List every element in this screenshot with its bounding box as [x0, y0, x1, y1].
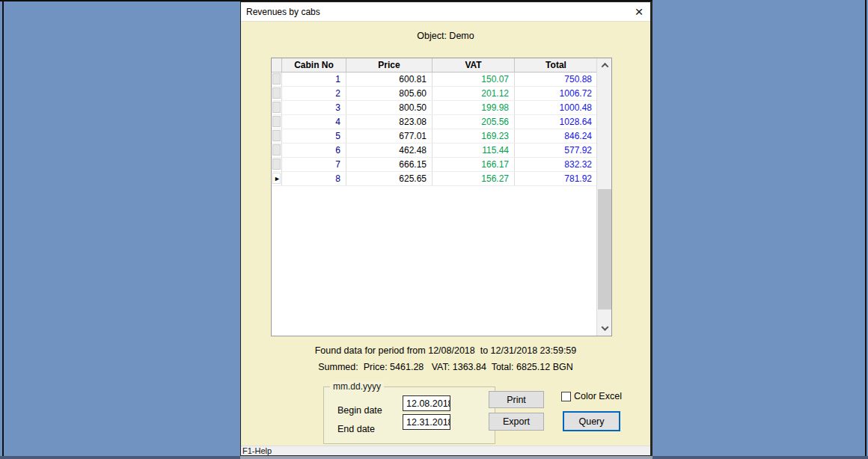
window-edge-left — [2, 0, 4, 457]
table-row[interactable]: 2 805.60 201.12 1006.72 — [272, 87, 596, 101]
row-indicator — [272, 73, 281, 84]
row-indicator — [272, 102, 281, 113]
bottom-edge-strip — [240, 456, 652, 459]
cell-cabin: 4 — [282, 115, 346, 129]
bottom-edge-strip — [652, 456, 868, 459]
cell-total: 750.88 — [515, 73, 598, 86]
bottom-edge-strip — [0, 456, 240, 459]
row-indicator — [272, 158, 281, 170]
date-format-groupbox: mm.dd.yyyy Begin date End date — [323, 386, 495, 444]
cell-vat: 166.17 — [433, 158, 515, 171]
table-row[interactable]: 5 677.01 169.23 846.24 — [272, 129, 596, 144]
column-header-price[interactable]: Price — [346, 58, 433, 72]
cell-price: 805.60 — [346, 87, 433, 100]
cell-cabin: 6 — [282, 144, 346, 157]
cell-total: 846.24 — [515, 129, 598, 143]
cell-cabin: 2 — [282, 87, 346, 100]
begin-date-label: Begin date — [337, 405, 382, 416]
column-header-vat[interactable]: VAT — [433, 58, 515, 72]
cell-vat: 115.44 — [433, 144, 515, 157]
cell-vat: 201.12 — [433, 87, 515, 100]
revenue-table: Cabin No Price VAT Total 1 600.81 150.07… — [271, 58, 612, 336]
dialog-body: Object: Demo Cabin No Price VAT Total 1 … — [241, 22, 650, 446]
status-help-text: F1-Help — [242, 446, 272, 455]
scrollbar-thumb[interactable] — [598, 189, 611, 309]
cell-cabin: 5 — [282, 129, 346, 143]
window-edge-right — [865, 0, 867, 459]
cell-price: 800.50 — [346, 101, 433, 114]
cell-price: 625.65 — [346, 172, 433, 185]
table-row[interactable]: 1 600.81 150.07 750.88 — [272, 73, 596, 87]
table-row[interactable]: 4 823.08 205.56 1028.64 — [272, 115, 596, 129]
cell-cabin: 1 — [282, 73, 346, 86]
desktop-background: Revenues by cabs × Object: Demo Cabin No… — [0, 0, 868, 459]
color-excel-checkbox[interactable]: Color Excel — [561, 391, 622, 401]
cell-total: 781.92 — [515, 172, 598, 185]
row-indicator — [272, 130, 281, 141]
current-row-arrow-icon: ► — [272, 173, 281, 184]
row-indicator — [272, 116, 281, 127]
cell-vat: 199.98 — [433, 101, 515, 114]
found-period-text: Found data for period from 12/08/2018 to… — [241, 345, 650, 356]
summed-totals-text: Summed: Price: 5461.28 VAT: 1363.84 Tota… — [241, 362, 650, 372]
window-title: Revenues by cabs — [241, 7, 320, 17]
checkbox-label: Color Excel — [574, 391, 622, 401]
cell-total: 1006.72 — [515, 87, 598, 100]
title-bar[interactable]: Revenues by cabs × — [241, 2, 650, 22]
cell-price: 462.48 — [346, 144, 433, 157]
scroll-up-icon[interactable] — [597, 58, 612, 72]
revenues-dialog: Revenues by cabs × Object: Demo Cabin No… — [240, 1, 652, 456]
cell-price: 677.01 — [346, 129, 433, 143]
cell-vat: 169.23 — [433, 129, 515, 143]
row-indicator — [272, 144, 281, 155]
column-header-cabin[interactable]: Cabin No — [282, 58, 346, 72]
cell-vat: 150.07 — [433, 73, 515, 86]
indicator-header-cell — [272, 58, 282, 72]
checkbox-icon[interactable] — [561, 392, 571, 401]
cell-vat: 156.27 — [433, 172, 515, 185]
cell-cabin: 7 — [282, 158, 346, 171]
status-bar: F1-Help — [241, 446, 650, 455]
table-header-row: Cabin No Price VAT Total — [272, 58, 596, 73]
vertical-scrollbar[interactable] — [596, 58, 611, 336]
cell-price: 666.15 — [346, 158, 433, 171]
table-row[interactable]: 7 666.15 166.17 832.32 — [272, 158, 596, 172]
print-button[interactable]: Print — [489, 391, 544, 408]
table-row-current[interactable]: ► 8 625.65 156.27 781.92 — [272, 172, 596, 186]
object-label: Object: Demo — [241, 31, 650, 41]
begin-date-input[interactable] — [403, 395, 450, 411]
close-icon[interactable]: × — [628, 3, 650, 21]
cell-price: 823.08 — [346, 115, 433, 129]
groupbox-legend: mm.dd.yyyy — [330, 381, 384, 392]
cell-total: 1028.64 — [515, 115, 598, 129]
cell-cabin: 8 — [282, 172, 346, 185]
cell-cabin: 3 — [282, 101, 346, 114]
cell-price: 600.81 — [346, 73, 433, 86]
cell-vat: 205.56 — [433, 115, 515, 129]
table-row[interactable]: 6 462.48 115.44 577.92 — [272, 144, 596, 158]
export-button[interactable]: Export — [489, 413, 544, 431]
cell-total: 832.32 — [515, 158, 598, 171]
column-header-total[interactable]: Total — [515, 58, 598, 72]
cell-total: 1000.48 — [515, 101, 598, 114]
query-button[interactable]: Query — [563, 411, 620, 431]
scroll-down-icon[interactable] — [597, 322, 612, 336]
row-indicator — [272, 87, 281, 99]
table-content: Cabin No Price VAT Total 1 600.81 150.07… — [272, 58, 596, 336]
end-date-input[interactable] — [403, 414, 450, 430]
table-row[interactable]: 3 800.50 199.98 1000.48 — [272, 101, 596, 115]
cell-total: 577.92 — [515, 144, 598, 157]
end-date-label: End date — [337, 424, 375, 434]
